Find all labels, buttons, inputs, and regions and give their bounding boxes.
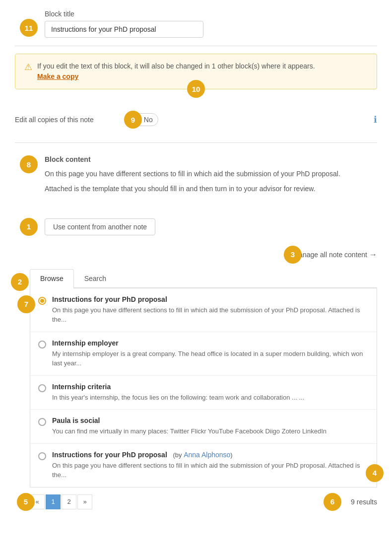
note-preview: On this page you have different sections… [52,305,369,325]
page-1-button[interactable]: 1 [46,494,61,509]
use-content-button[interactable]: Use content from another note [45,218,155,235]
step-badge-3: 3 [284,246,302,264]
note-title: Paula is social [52,417,369,424]
note-content: Instructions for your PhD proposal On th… [52,295,369,325]
note-item[interactable]: 7 Instructions for your PhD proposal On … [30,288,377,332]
manage-arrow-icon: → [369,250,377,259]
block-title-label: Block title [45,10,377,18]
next-page-button[interactable]: » [77,494,92,509]
note-title: Internship employer [52,339,369,347]
note-preview: My internship employer is a great compan… [52,349,369,368]
radio-note-5[interactable] [38,452,46,460]
note-preview: In this year's internship, the focus lie… [52,393,369,403]
block-content-title: Block content [45,155,377,163]
radio-note-4[interactable] [38,418,46,426]
step-badge-1: 1 [20,218,38,236]
radio-note-3[interactable] [38,384,46,392]
warning-text: If you edit the text of this block, it w… [37,61,315,82]
note-item[interactable]: Internship employer My internship employ… [30,332,377,376]
note-title: Instructions for your PhD proposal (by A… [52,451,369,459]
step-badge-7: 7 [17,295,35,313]
note-content: Paula is social You can find me virtuall… [52,417,369,436]
warning-box: ⚠ If you edit the text of this block, it… [15,54,377,89]
make-copy-link[interactable]: Make a copy [37,72,78,80]
note-preview: On this page you have different sections… [52,461,369,480]
manage-row: 3 Manage all note content → [15,245,377,264]
note-title: Internship criteria [52,383,369,391]
note-item[interactable]: Instructions for your PhD proposal (by A… [30,444,377,487]
radio-note-1[interactable] [38,297,46,305]
manage-all-link[interactable]: Manage all note content → [293,250,377,259]
radio-inner [40,299,44,303]
step-badge-11: 11 [20,19,38,37]
step-badge-5: 5 [17,493,35,511]
step-badge-10: 10 [187,80,205,98]
block-content-para2: Attached is the template that you should… [45,183,377,194]
warning-icon: ⚠ [24,62,32,72]
step-badge-2: 2 [11,273,29,291]
note-list: 7 Instructions for your PhD proposal On … [30,288,377,488]
block-title-input[interactable] [45,21,203,38]
edit-copies-label: Edit all copies of this note [15,116,94,124]
info-icon: ℹ [374,114,377,125]
pagination-row: 5 6 « 1 2 » 9 results [30,488,377,516]
block-content-para1: On this page you have different sections… [45,168,377,179]
results-count: 9 results [351,498,377,506]
tabs-row: Browse Search [30,269,377,288]
radio-note-2[interactable] [38,341,46,349]
divider-2 [15,142,377,143]
use-content-row: 1 Use content from another note [15,213,377,240]
pagination-controls: « 1 2 » [30,494,92,509]
note-item[interactable]: Paula is social You can find me virtuall… [30,410,377,444]
note-item[interactable]: Internship criteria In this year's inter… [30,376,377,410]
step-badge-9: 9 [124,111,142,129]
tab-browse[interactable]: Browse [30,269,74,288]
step-badge-8: 8 [20,155,38,173]
note-title: Instructions for your PhD proposal [52,295,369,303]
page-2-button[interactable]: 2 [62,494,76,509]
step-badge-4: 4 [366,464,384,482]
step-badge-6: 6 [324,493,341,511]
note-content: Internship criteria In this year's inter… [52,383,369,403]
tab-search[interactable]: Search [74,269,117,287]
note-content: Instructions for your PhD proposal (by A… [52,451,369,480]
edit-copies-row: Edit all copies of this note 9 No ℹ [15,104,377,135]
block-content-section: 8 Block content On this page you have di… [15,150,377,209]
note-content: Internship employer My internship employ… [52,339,369,368]
note-preview: You can find me virtually in many places… [52,426,369,436]
divider-1 [15,46,377,46]
author-link[interactable]: Anna Alphonso [184,451,230,459]
toggle-label: No [144,116,153,124]
